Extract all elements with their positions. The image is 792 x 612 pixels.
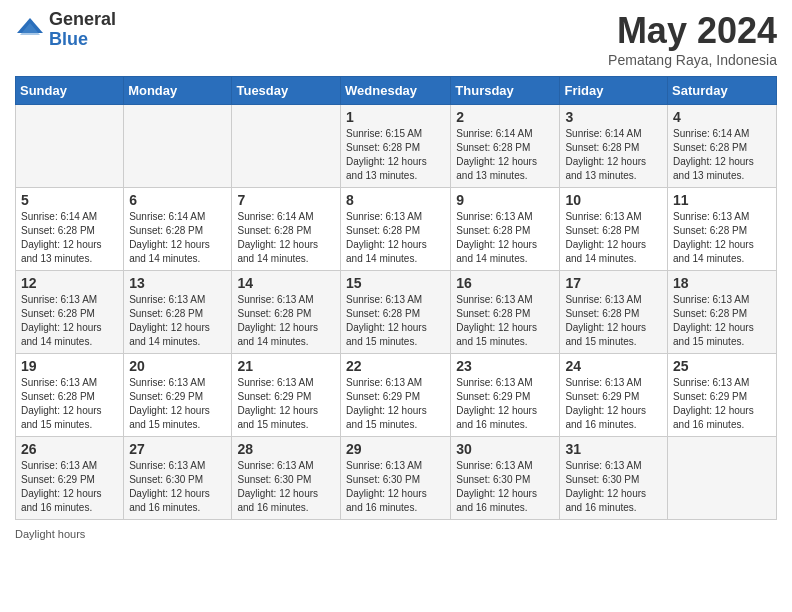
logo-icon [15,15,45,45]
day-info: Sunrise: 6:13 AM Sunset: 6:30 PM Dayligh… [346,459,445,515]
day-number: 29 [346,441,445,457]
day-info: Sunrise: 6:15 AM Sunset: 6:28 PM Dayligh… [346,127,445,183]
calendar-cell: 4Sunrise: 6:14 AM Sunset: 6:28 PM Daylig… [668,105,777,188]
calendar-cell [232,105,341,188]
calendar-cell: 27Sunrise: 6:13 AM Sunset: 6:30 PM Dayli… [124,437,232,520]
calendar-week-3: 12Sunrise: 6:13 AM Sunset: 6:28 PM Dayli… [16,271,777,354]
day-info: Sunrise: 6:13 AM Sunset: 6:28 PM Dayligh… [673,210,771,266]
calendar-cell: 12Sunrise: 6:13 AM Sunset: 6:28 PM Dayli… [16,271,124,354]
weekday-header-wednesday: Wednesday [341,77,451,105]
weekday-header-saturday: Saturday [668,77,777,105]
calendar-cell: 16Sunrise: 6:13 AM Sunset: 6:28 PM Dayli… [451,271,560,354]
day-number: 16 [456,275,554,291]
day-number: 27 [129,441,226,457]
logo-text: General Blue [49,10,116,50]
location: Pematang Raya, Indonesia [608,52,777,68]
calendar-cell: 10Sunrise: 6:13 AM Sunset: 6:28 PM Dayli… [560,188,668,271]
calendar-cell: 31Sunrise: 6:13 AM Sunset: 6:30 PM Dayli… [560,437,668,520]
day-info: Sunrise: 6:13 AM Sunset: 6:28 PM Dayligh… [565,210,662,266]
day-info: Sunrise: 6:13 AM Sunset: 6:29 PM Dayligh… [129,376,226,432]
day-info: Sunrise: 6:13 AM Sunset: 6:29 PM Dayligh… [346,376,445,432]
day-number: 31 [565,441,662,457]
day-info: Sunrise: 6:14 AM Sunset: 6:28 PM Dayligh… [237,210,335,266]
calendar-week-5: 26Sunrise: 6:13 AM Sunset: 6:29 PM Dayli… [16,437,777,520]
daylight-label: Daylight hours [15,528,85,540]
day-number: 30 [456,441,554,457]
calendar-cell: 2Sunrise: 6:14 AM Sunset: 6:28 PM Daylig… [451,105,560,188]
calendar-cell: 22Sunrise: 6:13 AM Sunset: 6:29 PM Dayli… [341,354,451,437]
weekday-header-tuesday: Tuesday [232,77,341,105]
day-info: Sunrise: 6:14 AM Sunset: 6:28 PM Dayligh… [456,127,554,183]
day-info: Sunrise: 6:13 AM Sunset: 6:28 PM Dayligh… [21,293,118,349]
day-info: Sunrise: 6:13 AM Sunset: 6:28 PM Dayligh… [21,376,118,432]
day-number: 24 [565,358,662,374]
day-number: 15 [346,275,445,291]
day-info: Sunrise: 6:13 AM Sunset: 6:28 PM Dayligh… [129,293,226,349]
calendar-cell [668,437,777,520]
day-info: Sunrise: 6:13 AM Sunset: 6:30 PM Dayligh… [237,459,335,515]
month-title: May 2024 [608,10,777,52]
day-info: Sunrise: 6:14 AM Sunset: 6:28 PM Dayligh… [129,210,226,266]
day-info: Sunrise: 6:13 AM Sunset: 6:28 PM Dayligh… [456,293,554,349]
page: General Blue May 2024 Pematang Raya, Ind… [0,0,792,612]
calendar-week-4: 19Sunrise: 6:13 AM Sunset: 6:28 PM Dayli… [16,354,777,437]
day-info: Sunrise: 6:13 AM Sunset: 6:29 PM Dayligh… [237,376,335,432]
calendar-cell: 7Sunrise: 6:14 AM Sunset: 6:28 PM Daylig… [232,188,341,271]
calendar-cell: 23Sunrise: 6:13 AM Sunset: 6:29 PM Dayli… [451,354,560,437]
weekday-header-row: SundayMondayTuesdayWednesdayThursdayFrid… [16,77,777,105]
day-number: 19 [21,358,118,374]
footer-note: Daylight hours [15,528,777,540]
day-info: Sunrise: 6:14 AM Sunset: 6:28 PM Dayligh… [21,210,118,266]
calendar-cell: 3Sunrise: 6:14 AM Sunset: 6:28 PM Daylig… [560,105,668,188]
day-number: 8 [346,192,445,208]
day-number: 9 [456,192,554,208]
calendar-cell: 14Sunrise: 6:13 AM Sunset: 6:28 PM Dayli… [232,271,341,354]
day-number: 28 [237,441,335,457]
day-info: Sunrise: 6:13 AM Sunset: 6:30 PM Dayligh… [456,459,554,515]
calendar-cell: 29Sunrise: 6:13 AM Sunset: 6:30 PM Dayli… [341,437,451,520]
day-info: Sunrise: 6:13 AM Sunset: 6:28 PM Dayligh… [237,293,335,349]
day-info: Sunrise: 6:13 AM Sunset: 6:30 PM Dayligh… [565,459,662,515]
day-number: 22 [346,358,445,374]
day-info: Sunrise: 6:13 AM Sunset: 6:28 PM Dayligh… [456,210,554,266]
day-info: Sunrise: 6:13 AM Sunset: 6:28 PM Dayligh… [346,293,445,349]
calendar-cell: 1Sunrise: 6:15 AM Sunset: 6:28 PM Daylig… [341,105,451,188]
day-number: 11 [673,192,771,208]
weekday-header-sunday: Sunday [16,77,124,105]
calendar-cell: 13Sunrise: 6:13 AM Sunset: 6:28 PM Dayli… [124,271,232,354]
calendar-cell [124,105,232,188]
calendar-cell: 30Sunrise: 6:13 AM Sunset: 6:30 PM Dayli… [451,437,560,520]
calendar-week-2: 5Sunrise: 6:14 AM Sunset: 6:28 PM Daylig… [16,188,777,271]
day-info: Sunrise: 6:13 AM Sunset: 6:28 PM Dayligh… [673,293,771,349]
day-info: Sunrise: 6:13 AM Sunset: 6:29 PM Dayligh… [456,376,554,432]
day-number: 23 [456,358,554,374]
calendar-table: SundayMondayTuesdayWednesdayThursdayFrid… [15,76,777,520]
weekday-header-monday: Monday [124,77,232,105]
day-number: 17 [565,275,662,291]
day-number: 6 [129,192,226,208]
day-info: Sunrise: 6:13 AM Sunset: 6:29 PM Dayligh… [673,376,771,432]
day-number: 1 [346,109,445,125]
calendar-cell: 21Sunrise: 6:13 AM Sunset: 6:29 PM Dayli… [232,354,341,437]
header: General Blue May 2024 Pematang Raya, Ind… [15,10,777,68]
calendar-cell: 25Sunrise: 6:13 AM Sunset: 6:29 PM Dayli… [668,354,777,437]
day-info: Sunrise: 6:13 AM Sunset: 6:29 PM Dayligh… [565,376,662,432]
calendar-cell: 5Sunrise: 6:14 AM Sunset: 6:28 PM Daylig… [16,188,124,271]
logo-general-text: General [49,10,116,30]
calendar-week-1: 1Sunrise: 6:15 AM Sunset: 6:28 PM Daylig… [16,105,777,188]
day-info: Sunrise: 6:13 AM Sunset: 6:28 PM Dayligh… [565,293,662,349]
day-number: 2 [456,109,554,125]
calendar-cell: 8Sunrise: 6:13 AM Sunset: 6:28 PM Daylig… [341,188,451,271]
day-info: Sunrise: 6:13 AM Sunset: 6:30 PM Dayligh… [129,459,226,515]
calendar-cell: 19Sunrise: 6:13 AM Sunset: 6:28 PM Dayli… [16,354,124,437]
day-number: 26 [21,441,118,457]
day-number: 12 [21,275,118,291]
day-number: 4 [673,109,771,125]
day-info: Sunrise: 6:14 AM Sunset: 6:28 PM Dayligh… [565,127,662,183]
calendar-cell: 24Sunrise: 6:13 AM Sunset: 6:29 PM Dayli… [560,354,668,437]
calendar-cell: 18Sunrise: 6:13 AM Sunset: 6:28 PM Dayli… [668,271,777,354]
day-number: 25 [673,358,771,374]
calendar-cell: 6Sunrise: 6:14 AM Sunset: 6:28 PM Daylig… [124,188,232,271]
calendar-cell: 17Sunrise: 6:13 AM Sunset: 6:28 PM Dayli… [560,271,668,354]
day-info: Sunrise: 6:13 AM Sunset: 6:28 PM Dayligh… [346,210,445,266]
